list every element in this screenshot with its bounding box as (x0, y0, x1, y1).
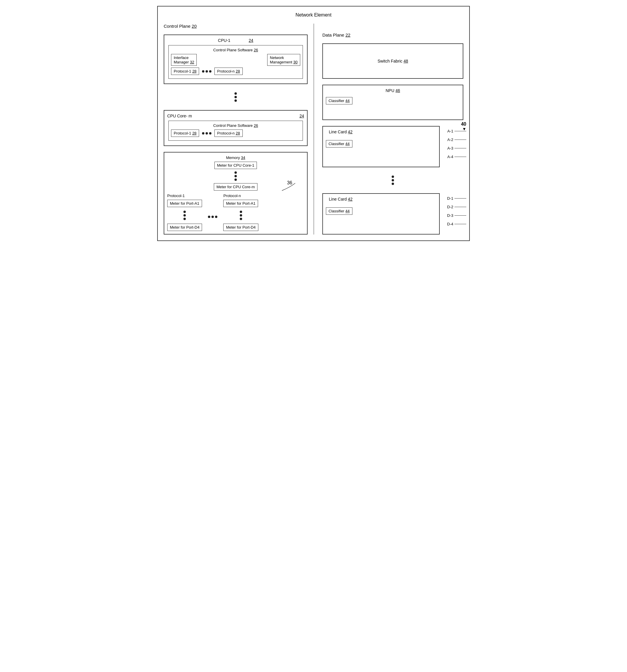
dot3 (209, 70, 212, 73)
dotm3 (209, 132, 212, 135)
port-d1-line (455, 198, 466, 198)
meter-porta1-1: Meter for Port-A1 (167, 200, 202, 207)
left-column: Control Plane 20 CPU-1 24 Control Plane … (164, 24, 314, 235)
meter-porta1-n: Meter for Port-A1 (223, 200, 258, 207)
proton-title: Protocol-n (223, 193, 241, 198)
right-column: Data Plane 22 Switch Fabric 48 NPU 46 Cl… (314, 24, 463, 235)
port-a3: A-3 (448, 146, 466, 150)
control-plane-title: Control Plane 20 (164, 24, 197, 29)
diagram-title: Network Element (164, 13, 463, 18)
meter-cpu1-box: Meter for CPU Core-1 (214, 162, 257, 169)
dots-v2 (167, 171, 304, 181)
v2-dot1 (235, 171, 237, 174)
sub-col-proto1: Protocol-1 Meter for Port-A1 Meter for P… (167, 193, 202, 231)
v3-dot3 (184, 218, 186, 220)
sub-col-proton: Protocol-n Meter for Port-A1 Meter for P… (223, 193, 258, 231)
ref40: 40 (461, 122, 466, 127)
npu-classifier-box: Classifier 44 (326, 97, 353, 104)
dots-hm (202, 132, 212, 135)
dots-h1 (202, 70, 212, 73)
port-d4: D-4 (447, 222, 466, 226)
memory-title: Memory 34 (167, 155, 304, 160)
port-d2: D-2 (447, 205, 466, 209)
dotm1 (202, 132, 204, 135)
npu-title: NPU 46 (326, 88, 460, 93)
center-dots (208, 193, 217, 231)
meter-cpum-wrap: Meter for CPU Core-m 36 (167, 183, 304, 191)
protocol-n-box: Protocol-n 28 (214, 68, 242, 75)
meter-portd4-1: Meter for Port-D4 (167, 224, 202, 231)
meter-cpum-box: Meter for CPU Core-m (214, 183, 258, 191)
v3-dot2 (184, 214, 186, 217)
v-dot3 (235, 99, 237, 102)
interface-manager-box: InterfaceManager 32 (171, 54, 197, 66)
npu-box: NPU 46 Classifier 44 (322, 85, 463, 120)
port-a4: A-4 (448, 154, 466, 159)
line-card-d-box: Line Card 42 Classifier 44 (322, 193, 440, 235)
port-d3-line (455, 215, 466, 216)
network-management-box: NetworkManagement 30 (267, 54, 300, 66)
line-card-a-box: Line Card 42 Classifier 44 (322, 126, 440, 167)
dots-v1 (235, 92, 237, 102)
line-card-d-section: Line Card 42 Classifier 44 D-1 (322, 193, 440, 235)
dots-h-center (208, 216, 217, 218)
protocols-row1: Protocol-1 28 Protocol-n 28 (171, 68, 300, 75)
port-d2-line (455, 207, 466, 207)
v-dot2 (235, 96, 237, 98)
ports-d: D-1 D-2 D-3 D-4 (447, 196, 466, 226)
ref36-arrow (281, 182, 298, 193)
data-plane-title: Data Plane 22 (322, 32, 351, 38)
protocol-1-box: Protocol-1 28 (171, 68, 199, 75)
diagram-wrapper: Network Element Control Plane 20 CPU-1 2… (157, 6, 470, 241)
dots-v3 (184, 211, 186, 220)
v2-dot3 (235, 178, 237, 181)
v3-dot1 (184, 211, 186, 213)
line-card-a-section: Line Card 42 Classifier 44 40 ▼ A-1 (322, 126, 440, 167)
meter-portd4-n: Meter for Port-D4 (223, 224, 258, 231)
port-a2-line (455, 140, 466, 140)
cps1-title: Control Plane Software 26 (171, 48, 300, 52)
meter-cpu1-wrap: Meter for CPU Core-1 (167, 162, 304, 169)
v2-dot2 (235, 175, 237, 177)
port-a3-line (455, 148, 466, 148)
cpu1-title: CPU-1 24 (167, 38, 304, 43)
im-nm-row: InterfaceManager 32 NetworkManagement 30 (171, 54, 300, 66)
cpum-title: CPU Core- m 24 (167, 114, 304, 118)
dots-v-lc (392, 175, 394, 185)
port-d1: D-1 (447, 196, 466, 200)
npu-classifier-wrap: Classifier 44 (326, 97, 460, 104)
line-card-d-title: Line Card 42 (326, 197, 436, 201)
cpu1-box: CPU-1 24 Control Plane Software 26 Inter… (164, 34, 308, 84)
line-card-a-title: Line Card 42 (326, 129, 436, 134)
switch-fabric-title: Switch Fabric 48 (378, 59, 408, 64)
line-card-a-classifier-box: Classifier 44 (326, 140, 353, 147)
line-card-a-classifier: Classifier 44 (326, 140, 436, 147)
port-a4-line (455, 157, 466, 157)
protocol-1m-box: Protocol-1 28 (171, 129, 199, 137)
cpum-box: CPU Core- m 24 Control Plane Software 26… (164, 110, 308, 146)
protocols-rowm: Protocol-1 28 Protocol-n 28 (171, 129, 300, 137)
divider (314, 24, 314, 235)
port-d4-line (455, 224, 466, 224)
two-columns: Control Plane 20 CPU-1 24 Control Plane … (164, 24, 463, 235)
ports-a: 40 ▼ A-1 A-2 A-3 A-4 (448, 129, 466, 159)
dotm2 (206, 132, 208, 135)
switch-fabric-box: Switch Fabric 48 (322, 43, 463, 79)
arrow-40: ▼ (462, 126, 466, 131)
v-dot1 (235, 92, 237, 95)
two-col-meter-row: Protocol-1 Meter for Port-A1 Meter for P… (167, 193, 304, 231)
port-d3: D-3 (447, 213, 466, 218)
line-card-d-classifier: Classifier 44 (326, 208, 436, 215)
dot1 (202, 70, 204, 73)
left-col-header: Control Plane 20 (164, 24, 308, 29)
cps1-box: Control Plane Software 26 InterfaceManag… (168, 45, 303, 79)
line-card-d-classifier-box: Classifier 44 (326, 208, 353, 215)
memory-box: Memory 34 Meter for CPU Core-1 Meter for… (164, 152, 308, 235)
port-a2: A-2 (448, 138, 466, 142)
cpsm-box: Control Plane Software 26 Protocol-1 28 (168, 121, 303, 141)
protocol-nm-box: Protocol-n 28 (214, 129, 242, 137)
dots-v4 (240, 211, 242, 220)
dot2 (206, 70, 208, 73)
right-col-header: Data Plane 22 (322, 32, 463, 38)
cpsm-title: Control Plane Software 26 (171, 123, 300, 128)
